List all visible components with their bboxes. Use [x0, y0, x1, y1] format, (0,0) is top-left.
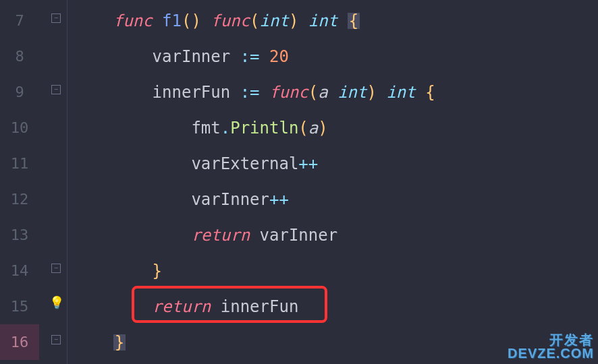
lightbulb-icon[interactable]: 💡 [49, 297, 64, 309]
code-line[interactable]: } [67, 253, 598, 289]
fold-toggle-icon[interactable]: − [51, 13, 61, 23]
identifier: varExternal [191, 156, 298, 172]
code-editor[interactable]: 7 8 9 10 11 12 13 14 15 16 − − − 💡 − fun… [0, 0, 598, 364]
type: int [260, 13, 289, 29]
identifier: varInner [191, 191, 269, 208]
bracket-gutter [39, 0, 46, 364]
paren: ( [298, 120, 308, 136]
keyword: func [113, 13, 153, 29]
type: int [337, 84, 366, 100]
fold-toggle-icon[interactable]: − [51, 264, 61, 273]
identifier: varInner [260, 227, 338, 243]
operator: ++ [269, 191, 289, 208]
number: 20 [269, 49, 289, 65]
code-line[interactable]: varInner := 20 [67, 38, 598, 74]
paren: ( [250, 13, 259, 29]
type: int [308, 13, 337, 29]
code-line[interactable]: fmt.Println(a) [67, 110, 598, 146]
paren: ) [289, 13, 298, 29]
paren: ( [308, 84, 318, 100]
func-call: Println [230, 120, 298, 136]
keyword: return [191, 227, 250, 243]
operator: := [240, 49, 260, 65]
line-number: 7 [0, 3, 39, 38]
package: fmt [191, 120, 220, 136]
code-area[interactable]: func f1() func(int) int { varInner := 20… [67, 0, 598, 364]
keyword: func [269, 84, 308, 100]
dot: . [221, 120, 230, 136]
line-number-current: 16 [0, 324, 39, 360]
brace: } [153, 263, 162, 279]
paren: ( [182, 13, 191, 29]
line-number: 14 [0, 253, 39, 289]
fold-toggle-icon[interactable]: − [51, 85, 61, 94]
brace: { [425, 84, 435, 100]
paren: ) [318, 120, 327, 136]
brace-matched: } [113, 334, 126, 351]
fold-toggle-icon[interactable]: − [51, 335, 61, 344]
code-line[interactable]: varExternal++ [67, 146, 598, 181]
code-line[interactable]: return varInner [67, 217, 598, 253]
watermark-line2: DevZe.CoM [508, 346, 594, 360]
line-number: 8 [0, 38, 39, 74]
line-number: 9 [0, 74, 39, 110]
operator: := [240, 84, 260, 100]
line-number: 11 [0, 146, 39, 181]
code-line[interactable]: return innerFun [67, 289, 598, 324]
fold-gutter: − − − 💡 − [46, 0, 67, 364]
function-name: f1 [162, 13, 182, 29]
line-number-gutter: 7 8 9 10 11 12 13 14 15 16 [0, 0, 39, 364]
line-number: 12 [0, 181, 39, 217]
watermark-line1: 开发者 [508, 333, 594, 346]
identifier: innerFun [221, 299, 299, 315]
code-line[interactable]: func f1() func(int) int { [67, 3, 598, 38]
keyword: return [153, 299, 211, 315]
brace-matched: { [348, 13, 360, 29]
param: a [308, 120, 318, 136]
keyword: func [211, 13, 250, 29]
operator: ++ [298, 156, 318, 172]
code-line[interactable]: innerFun := func(a int) int { [67, 74, 598, 110]
paren: ) [367, 84, 377, 100]
line-number: 10 [0, 110, 39, 146]
paren: ) [191, 13, 200, 29]
code-line[interactable]: varInner++ [67, 181, 598, 217]
line-number: 15 [0, 289, 39, 324]
identifier: innerFun [153, 84, 231, 100]
param: a [318, 84, 327, 100]
line-number: 13 [0, 217, 39, 253]
watermark: 开发者 DevZe.CoM [508, 333, 594, 360]
type: int [386, 84, 415, 100]
identifier: varInner [153, 49, 231, 65]
